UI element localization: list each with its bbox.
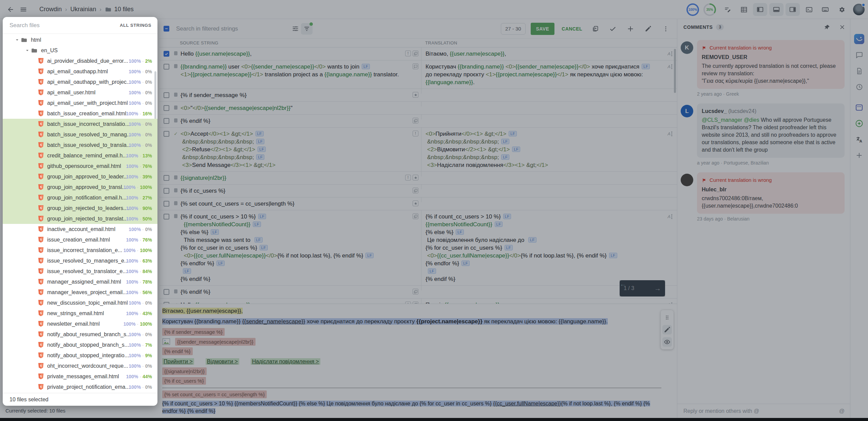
check-button[interactable] bbox=[607, 23, 619, 35]
comment-reply-input[interactable] bbox=[683, 408, 839, 415]
file-row[interactable]: 5 notify_about_stopped_branch_s... 100%·… bbox=[3, 340, 157, 350]
row-checkbox[interactable] bbox=[164, 131, 169, 137]
row-checkbox[interactable] bbox=[164, 188, 169, 194]
row-checkbox[interactable] bbox=[164, 51, 169, 57]
row-checkbox[interactable] bbox=[164, 201, 169, 207]
plus-button[interactable] bbox=[854, 150, 864, 160]
avatar[interactable]: L bbox=[681, 105, 693, 117]
clock-button[interactable] bbox=[854, 82, 864, 92]
strings-search-input[interactable] bbox=[175, 25, 257, 33]
user-mention[interactable]: @CLS_manager bbox=[702, 117, 742, 123]
row-checkbox[interactable] bbox=[164, 105, 169, 111]
close-icon[interactable] bbox=[839, 24, 845, 31]
string-row[interactable]: {{signature|nl2br}} ! bbox=[159, 172, 677, 185]
file-row[interactable]: 5 batch_issue_creation_email.html 100%·1… bbox=[3, 108, 157, 119]
file-row[interactable]: 5 group_join_notification_email.h... 100… bbox=[3, 192, 157, 203]
back-button[interactable] bbox=[4, 3, 17, 16]
file-row[interactable]: 5 issue_resolved_to_managers_e... 100%·6… bbox=[3, 255, 157, 266]
duplicate-icon[interactable] bbox=[413, 51, 418, 56]
string-row[interactable]: {% endif %} bbox=[159, 115, 677, 128]
document-button[interactable] bbox=[854, 66, 864, 76]
file-row[interactable]: 5 notify_about_resumed_branch_s... 100%·… bbox=[3, 329, 157, 340]
string-row[interactable]: {% if sender_message %} bbox=[159, 89, 677, 102]
issue-icon[interactable]: ! bbox=[405, 175, 411, 180]
avatar[interactable] bbox=[681, 174, 693, 186]
comment-icon[interactable] bbox=[413, 63, 418, 69]
bookmark-icon[interactable] bbox=[413, 175, 418, 180]
file-search-input[interactable] bbox=[9, 22, 120, 29]
string-row[interactable]: {{branding.name}} user <0>{{sender_name|… bbox=[159, 60, 677, 89]
file-row[interactable]: 5 inactive_account_email.html 100%·0% bbox=[3, 224, 157, 234]
translate-cursor-icon[interactable]: A bbox=[667, 63, 673, 70]
crowdin-logo-button[interactable] bbox=[854, 34, 864, 44]
file-row[interactable]: 5 manager_leaves_project_email.... 100%·… bbox=[3, 287, 157, 298]
gear-button[interactable] bbox=[834, 3, 849, 16]
inline-edit-button[interactable] bbox=[720, 3, 735, 16]
issue-icon[interactable]: ! bbox=[413, 131, 418, 136]
tune-filters-button[interactable] bbox=[289, 23, 301, 35]
main-menu-button[interactable] bbox=[17, 3, 30, 16]
string-row[interactable]: <0>"</0>{{sender_message|escape|nl2br}}" bbox=[159, 102, 677, 115]
right-panel-button[interactable] bbox=[786, 3, 800, 16]
bookmark-icon[interactable] bbox=[413, 92, 418, 98]
folder-row[interactable]: en_US bbox=[3, 45, 157, 56]
string-row[interactable]: ✓ <0>Accept</0><1> &gt;</1>LF &nbsp;&nbs… bbox=[159, 128, 677, 172]
file-row[interactable]: 5 credit_balance_remind_email.h... 100%·… bbox=[3, 150, 157, 161]
plus-button[interactable] bbox=[625, 23, 636, 35]
ai-sparkle-button[interactable] bbox=[854, 118, 864, 129]
file-row[interactable]: 5 api_email_user_with_project.html 100%·… bbox=[3, 98, 157, 108]
eye-button[interactable] bbox=[662, 337, 672, 347]
breadcrumb-item[interactable]: Crowdin bbox=[39, 6, 62, 13]
duplicate-icon[interactable] bbox=[413, 118, 418, 123]
pencil-button[interactable] bbox=[662, 325, 672, 334]
string-row[interactable]: Hello {{user.name|escape}}, ! Вітаємо, {… bbox=[159, 47, 677, 60]
file-row[interactable]: 5 group_join_approved_to_transl... 100%·… bbox=[3, 182, 157, 192]
file-row[interactable]: 5 private_messages_email.html 100%·44% bbox=[3, 371, 157, 382]
translate-cursor-icon[interactable]: A bbox=[667, 131, 673, 137]
grid-view-button[interactable] bbox=[737, 3, 751, 16]
left-panel-button[interactable] bbox=[753, 3, 767, 16]
translated-progress-ring[interactable]: 100% bbox=[686, 3, 699, 16]
drag-button[interactable] bbox=[662, 313, 672, 322]
save-button[interactable]: SAVE bbox=[531, 23, 555, 35]
string-row[interactable]: ✓ Hello {{user.name|escape}}, ! Привіт {… bbox=[159, 299, 677, 304]
pin-icon[interactable] bbox=[824, 24, 830, 31]
caret-down-icon[interactable] bbox=[24, 47, 30, 53]
file-row[interactable]: 5 group_join_approved_to_leader... 100%·… bbox=[3, 171, 157, 182]
preview-action-link[interactable]: Відмовити > bbox=[206, 358, 239, 365]
translate-button[interactable]: A bbox=[854, 134, 864, 145]
file-row[interactable]: 5 batch_issue_incorrect_translatio... 10… bbox=[3, 119, 157, 129]
pencil-button[interactable] bbox=[642, 23, 654, 35]
keyboard-button[interactable] bbox=[818, 3, 832, 16]
copy-button[interactable] bbox=[589, 23, 601, 35]
file-row[interactable]: 5 api_email_oauthapp.html 100%·0% bbox=[3, 66, 157, 77]
file-row[interactable]: 5 batch_issue_resolved_to_transla... 100… bbox=[3, 140, 157, 150]
row-checkbox[interactable] bbox=[164, 92, 169, 98]
user-mention[interactable]: @dies bbox=[744, 117, 759, 123]
chat-button[interactable] bbox=[854, 50, 864, 60]
file-row[interactable]: 5 api_email_user.html 100%·0% bbox=[3, 87, 157, 98]
file-row[interactable]: 5 issue_incorrect_translation_e... 100%·… bbox=[3, 245, 157, 255]
row-checkbox[interactable] bbox=[164, 64, 169, 70]
table-scrollbar[interactable] bbox=[674, 49, 676, 93]
file-row[interactable]: 5 manager_assigned_email.html 100%·78% bbox=[3, 276, 157, 287]
row-checkbox[interactable] bbox=[164, 289, 169, 295]
duplicate-icon[interactable] bbox=[413, 213, 418, 219]
file-row[interactable]: 5 oht_incorrect_wordcount_reque... 100%·… bbox=[3, 361, 157, 371]
duplicate-icon[interactable] bbox=[413, 289, 418, 294]
folder-row[interactable]: html bbox=[3, 35, 157, 45]
file-row[interactable]: 5 batch_issue_resolved_to_manag... 100%·… bbox=[3, 129, 157, 140]
file-row[interactable]: 5 newsletter_email.html 100%·100% bbox=[3, 319, 157, 329]
issue-icon[interactable]: ! bbox=[405, 51, 411, 56]
comments-panel-button[interactable] bbox=[854, 102, 864, 113]
avatar[interactable]: K bbox=[681, 41, 693, 54]
file-row[interactable]: 5 private_project_notification_ema... 10… bbox=[3, 382, 157, 392]
terminal-button[interactable] bbox=[802, 3, 816, 16]
select-all-checkbox[interactable] bbox=[164, 26, 169, 32]
row-checkbox[interactable] bbox=[164, 118, 169, 124]
translate-cursor-icon[interactable]: A bbox=[667, 213, 673, 220]
file-row[interactable]: 5 issue_resolved_to_translator_e... 100%… bbox=[3, 266, 157, 276]
mention-at-icon[interactable]: @ bbox=[839, 408, 845, 414]
preview-action-link[interactable]: Надіслати повідомлення > bbox=[251, 358, 320, 365]
row-checkbox[interactable] bbox=[164, 214, 169, 219]
